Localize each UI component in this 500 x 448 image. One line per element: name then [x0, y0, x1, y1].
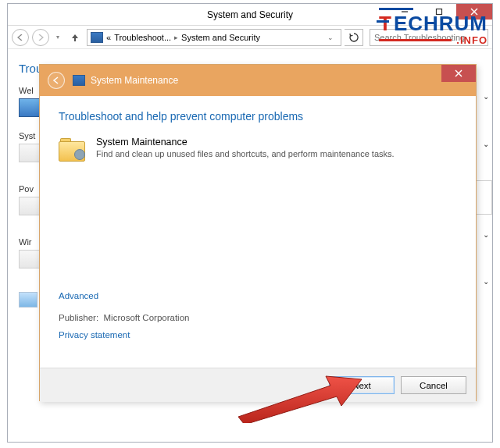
watermark-logo: TECHRUM .INFO: [379, 8, 488, 46]
publisher-label: Publisher:: [59, 313, 98, 322]
logo-t: T: [379, 12, 394, 36]
power-icon: [19, 197, 41, 215]
dialog-titlebar: System Maintenance: [40, 65, 476, 96]
dialog-back-button[interactable]: [48, 72, 65, 89]
collapse-chevron-icon[interactable]: ⌄: [483, 92, 489, 101]
chevron-right-icon: ▸: [174, 34, 178, 41]
breadcrumb-item-1[interactable]: Troubleshoot...: [114, 33, 171, 42]
logo-rest: ECHRUM: [394, 12, 488, 35]
refresh-icon: [349, 33, 359, 42]
cancel-button[interactable]: Cancel: [401, 376, 466, 394]
arrow-left-icon: [17, 34, 23, 41]
dialog-close-button[interactable]: [441, 65, 476, 82]
troubleshooter-item[interactable]: System Maintenance Find and clean up unu…: [59, 137, 457, 162]
windows-icon: [19, 250, 41, 268]
control-panel-icon: [91, 32, 103, 43]
forward-button[interactable]: [32, 29, 49, 46]
item-name: System Maintenance: [96, 137, 395, 148]
logo-sub: .INFO: [456, 34, 488, 46]
up-button[interactable]: [66, 29, 84, 46]
publisher-value: Microsoft Corporation: [104, 313, 190, 322]
close-icon: [455, 69, 462, 77]
refresh-button[interactable]: [345, 29, 363, 46]
dialog-heading: Troubleshoot and help prevent computer p…: [59, 110, 457, 123]
breadcrumb-bar[interactable]: « Troubleshoot... ▸ System and Security …: [87, 29, 341, 46]
shield-icon: [19, 98, 41, 117]
nav-history-dropdown[interactable]: ▾: [52, 29, 63, 46]
troubleshooter-dialog: System Maintenance Troubleshoot and help…: [39, 64, 477, 401]
dialog-title: System Maintenance: [91, 75, 178, 86]
breadcrumb-dropdown[interactable]: ⌄: [323, 34, 338, 41]
next-button[interactable]: Next: [329, 376, 395, 394]
publisher-line: Publisher: Microsoft Corporation: [59, 313, 189, 322]
privacy-link[interactable]: Privacy statement: [59, 330, 130, 340]
dialog-body: Troubleshoot and help prevent computer p…: [40, 96, 476, 368]
back-button[interactable]: [12, 29, 29, 46]
control-panel-icon: [73, 75, 85, 86]
collapse-chevron-icon[interactable]: ⌄: [483, 230, 489, 239]
collapse-chevron-icon[interactable]: ⌄: [483, 140, 489, 148]
arrow-left-icon: [52, 76, 60, 84]
thumbnail-icon: [19, 292, 38, 308]
breadcrumb-item-2[interactable]: System and Security: [181, 33, 260, 42]
dialog-footer: Next Cancel: [40, 368, 476, 402]
advanced-link[interactable]: Advanced: [59, 291, 98, 300]
folder-gear-icon: [59, 138, 87, 162]
breadcrumb-prefix: «: [106, 33, 111, 42]
arrow-up-icon: [70, 33, 80, 42]
system-icon: [19, 144, 41, 162]
item-description: Find and clean up unused files and short…: [96, 149, 395, 158]
collapse-chevron-icon[interactable]: ⌄: [483, 277, 489, 286]
arrow-right-icon: [38, 34, 44, 41]
